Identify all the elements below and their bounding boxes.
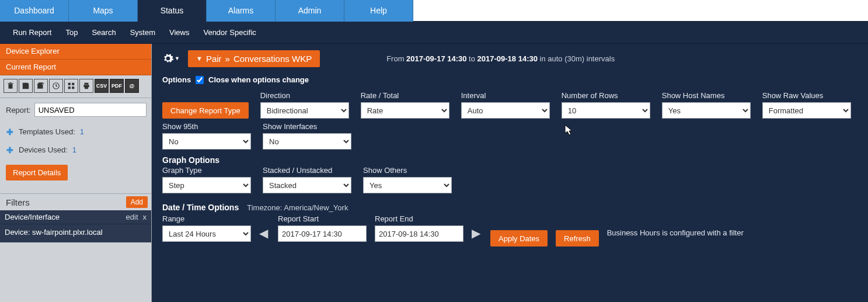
csv-icon[interactable]: CSV (95, 79, 109, 93)
subnav-search[interactable]: Search (92, 28, 116, 37)
nav-tab-maps[interactable]: Maps (69, 0, 138, 22)
nav-tab-status[interactable]: Status (138, 0, 207, 22)
rows-label: Number of Rows (562, 91, 650, 100)
rawvalues-label: Show Raw Values (762, 91, 851, 100)
svg-rect-4 (72, 86, 74, 89)
email-icon[interactable]: @ (125, 79, 139, 93)
hostnames-select[interactable]: Yes (662, 102, 751, 119)
subnav-run-report[interactable]: Run Report (13, 28, 51, 37)
clock-icon[interactable] (49, 79, 63, 93)
subnav-views[interactable]: Views (169, 28, 189, 37)
rate-label: Rate / Total (361, 91, 449, 100)
timezone-label: Timezone: America/New_York (247, 203, 348, 212)
filter-remove-link[interactable]: x (143, 213, 147, 221)
sidebar-device-explorer[interactable]: Device Explorer (0, 44, 151, 60)
nav-tab-help[interactable]: Help (344, 0, 413, 22)
breadcrumb-pair: Pair (206, 54, 222, 64)
nav-filler (413, 0, 868, 21)
breadcrumb-sep: » (225, 54, 230, 64)
interval-label: Interval (461, 91, 550, 100)
show95th-label: Show 95th (162, 122, 251, 131)
filter-row-label: Device/Interface (5, 213, 60, 221)
options-header-row: Options Close when options change (162, 75, 857, 84)
apply-dates-button[interactable]: Apply Dates (490, 230, 548, 247)
report-end-input[interactable] (375, 225, 463, 242)
expand-icon[interactable]: ✚ (6, 128, 14, 136)
options-title: Options (162, 75, 191, 84)
report-label: Report: (6, 106, 31, 114)
sidebar: Device Explorer Current Report CSV PDF (0, 44, 152, 302)
change-report-type-button[interactable]: Change Report Type (162, 102, 249, 119)
range-select[interactable]: Last 24 Hours (162, 225, 251, 242)
nav-tab-alarms[interactable]: Alarms (207, 0, 276, 22)
save-all-icon[interactable] (34, 79, 48, 93)
prev-range-arrow[interactable]: ◀ (259, 226, 270, 240)
showinterfaces-label: Show Interfaces (263, 122, 351, 131)
top-nav: Dashboard Maps Status Alarms Admin Help (0, 0, 868, 22)
stacked-select[interactable]: Stacked (263, 177, 351, 193)
showinterfaces-select[interactable]: No (263, 133, 351, 150)
next-range-arrow[interactable]: ▶ (472, 226, 482, 240)
breadcrumb-button[interactable]: ▼ Pair » Conversations WKP (188, 50, 320, 67)
show95th-select[interactable]: No (162, 133, 251, 150)
graph-options-title: Graph Options (162, 155, 857, 165)
subnav-vendor[interactable]: Vendor Specific (203, 28, 256, 37)
close-on-change-checkbox[interactable] (196, 76, 204, 84)
report-start-label: Report Start (278, 214, 367, 223)
devices-used-row[interactable]: ✚ Devices Used: 1 (0, 141, 151, 159)
save-icon[interactable] (19, 79, 33, 93)
refresh-button[interactable]: Refresh (556, 230, 599, 247)
interval-select[interactable]: Auto (461, 102, 550, 119)
svg-rect-2 (72, 83, 74, 85)
showothers-select[interactable]: Yes (363, 177, 452, 193)
svg-rect-1 (68, 83, 71, 85)
report-start-input[interactable] (278, 225, 367, 242)
main-panel: ▼ ▼ Pair » Conversations WKP From 2017-0… (152, 44, 868, 302)
datetime-title: Date / Time Options (162, 203, 239, 212)
dh-end: 2017-09-18 14:30 (477, 54, 538, 63)
filter-row-device-interface[interactable]: Device/Interface edit x (0, 210, 151, 224)
chevron-down-icon: ▼ (175, 55, 180, 61)
filters-title: Filters (6, 197, 30, 207)
rows-select[interactable]: 10 (562, 102, 650, 119)
devices-used-count: 1 (72, 145, 76, 154)
stacked-label: Stacked / Unstacked (263, 166, 351, 175)
grid-icon[interactable] (64, 79, 78, 93)
nav-tab-dashboard[interactable]: Dashboard (0, 0, 69, 22)
report-end-label: Report End (375, 214, 463, 223)
nav-tab-admin[interactable]: Admin (276, 0, 344, 22)
hostnames-label: Show Host Names (662, 91, 751, 100)
pdf-icon[interactable]: PDF (110, 79, 124, 93)
filter-device-line: Device: sw-fairpoint.plxr.local (0, 224, 151, 242)
templates-used-label: Templates Used: (19, 127, 75, 136)
report-name-row: Report: (0, 100, 151, 123)
range-label: Range (162, 214, 251, 223)
graphtype-label: Graph Type (162, 166, 251, 175)
dh-to: to (469, 54, 475, 63)
expand-icon[interactable]: ✚ (6, 146, 14, 154)
print-icon[interactable] (79, 79, 93, 93)
business-hours-text: Business Hours is configured with a filt… (607, 228, 744, 237)
triangle-down-icon: ▼ (196, 55, 203, 62)
filters-header: Filters Add (0, 193, 151, 210)
sidebar-current-report[interactable]: Current Report (0, 60, 151, 75)
filter-edit-link[interactable]: edit (126, 213, 138, 221)
report-name-input[interactable] (34, 103, 147, 117)
dh-start: 2017-09-17 14:30 (406, 54, 466, 63)
breadcrumb-report: Conversations WKP (233, 54, 312, 64)
subnav-system[interactable]: System (130, 28, 155, 37)
dh-tail: in auto (30m) intervals (540, 54, 615, 63)
subnav-top[interactable]: Top (65, 28, 78, 37)
templates-used-row[interactable]: ✚ Templates Used: 1 (0, 123, 151, 141)
devices-used-label: Devices Used: (19, 145, 68, 154)
showothers-label: Show Others (363, 166, 452, 175)
rawvalues-select[interactable]: Formatted (762, 102, 851, 119)
gear-icon[interactable]: ▼ (162, 50, 180, 67)
close-on-change-label: Close when options change (208, 75, 309, 84)
rate-select[interactable]: Rate (361, 102, 449, 119)
direction-select[interactable]: Bidirectional (260, 102, 349, 119)
trash-icon[interactable] (4, 79, 18, 93)
report-details-button[interactable]: Report Details (6, 165, 68, 180)
graphtype-select[interactable]: Step (162, 177, 251, 193)
add-filter-button[interactable]: Add (126, 196, 148, 208)
